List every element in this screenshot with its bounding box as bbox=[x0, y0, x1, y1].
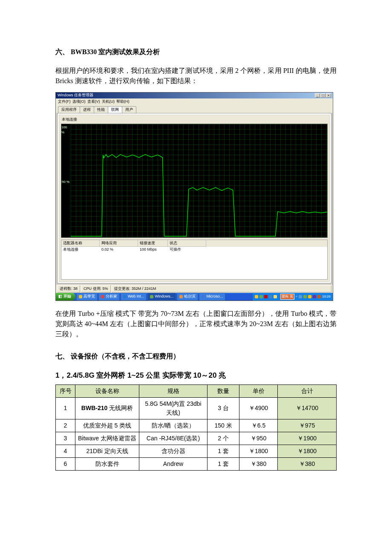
network-chart: 100 % 50 % bbox=[61, 124, 328, 238]
table-row: 3 Bitwave 太网络避雷器 Can -RJ45/8E(选装) 2 个 ￥9… bbox=[56, 432, 337, 445]
networking-panel: 本地连接 100 % 50 % 适配器名称 网络应用 链接速度 状态 bbox=[57, 113, 331, 283]
cell-total: ￥1800 bbox=[278, 445, 337, 457]
tray-icon[interactable] bbox=[269, 295, 272, 298]
details-hdr-name: 适配器名称 bbox=[61, 240, 100, 247]
taskbtn-4[interactable]: Windows... bbox=[147, 293, 176, 301]
window-title: Windows 任务管理器 bbox=[58, 92, 93, 98]
details-val-speed: 100 Mbps bbox=[138, 247, 168, 253]
taskbtn-3[interactable]: Web Int... bbox=[121, 293, 147, 301]
cell-name: BWB-210 无线网桥 bbox=[75, 397, 139, 419]
taskbtn-1[interactable]: 高带宽 bbox=[76, 293, 98, 301]
app-icon bbox=[79, 295, 82, 298]
cell-name: 优质室外超 5 类线 bbox=[75, 419, 139, 432]
word-icon bbox=[202, 295, 205, 298]
section6-conclusion: 在使用 Turbo +压缩 模式下 带宽为 70~73M 左右（上图窗口左面部分… bbox=[55, 309, 337, 339]
close-icon[interactable]: × bbox=[326, 93, 331, 98]
minimize-icon[interactable]: _ bbox=[315, 93, 320, 98]
cell-name: 防水套件 bbox=[75, 457, 139, 470]
cell-idx: 1 bbox=[56, 397, 75, 419]
tray-icon[interactable] bbox=[308, 295, 311, 298]
tray-icon[interactable] bbox=[303, 295, 307, 298]
maximize-icon[interactable]: □ bbox=[320, 93, 326, 98]
status-bar: 进程数: 38 CPU 使用: 5% 提交更改: 352M / 2241M bbox=[56, 285, 333, 293]
th-idx: 序号 bbox=[56, 384, 75, 397]
app-icon bbox=[101, 295, 104, 298]
tab-perf[interactable]: 性能 bbox=[94, 106, 108, 113]
taskbar: ◧ 开始 高带宽 分析家 Web Int... Windows... 哈尔滨 M… bbox=[56, 293, 333, 301]
tab-users[interactable]: 用户 bbox=[122, 106, 136, 113]
cell-price: ￥4900 bbox=[239, 397, 278, 419]
cell-qty: 3 台 bbox=[208, 397, 239, 419]
cell-qty: 150 米 bbox=[208, 419, 239, 432]
adapter-label: 本地连接 bbox=[62, 117, 328, 123]
window-titlebar: Windows 任务管理器 _ □ × bbox=[56, 92, 333, 98]
start-button[interactable]: ◧ 开始 bbox=[56, 293, 75, 301]
tray-icon[interactable] bbox=[313, 295, 316, 298]
cell-idx: 6 bbox=[56, 457, 75, 470]
chart-line bbox=[71, 124, 327, 237]
cell-qty: 1 套 bbox=[208, 445, 239, 457]
tab-networking[interactable]: 联网 bbox=[108, 106, 122, 113]
details-hdr-util: 网络应用 bbox=[100, 240, 138, 247]
cell-spec: 防水/晒（选装） bbox=[139, 419, 208, 432]
cell-qty: 1 套 bbox=[208, 457, 239, 470]
tab-apps[interactable]: 应用程序 bbox=[58, 106, 80, 113]
cell-spec: Can -RJ45/8E(选装) bbox=[139, 432, 208, 445]
table-row: 2 优质室外超 5 类线 防水/晒（选装） 150 米 ￥6.5 ￥975 bbox=[56, 419, 337, 432]
clock: 10:26 bbox=[322, 294, 331, 299]
tray-icon[interactable] bbox=[274, 295, 277, 298]
tab-procs[interactable]: 进程 bbox=[80, 106, 94, 113]
tray-icon[interactable] bbox=[299, 295, 302, 298]
quote1-title: 1，2.4/5.8G 室外网桥 1~25 公里 实际带宽 10～20 兆 bbox=[55, 370, 337, 381]
menu-options[interactable]: 选项(O) bbox=[72, 99, 86, 105]
cell-name: Bitwave 太网络避雷器 bbox=[75, 432, 139, 445]
th-price: 单价 bbox=[239, 384, 278, 397]
table-row: 4 21DBi 定向天线 含功分器 1 套 ￥1800 ￥1800 bbox=[56, 445, 337, 457]
ytick-50: 50 % bbox=[62, 179, 69, 185]
th-total: 合计 bbox=[278, 384, 337, 397]
task-manager-screenshot: Windows 任务管理器 _ □ × 文件(F) 选项(O) 查看(V) 关机… bbox=[55, 92, 333, 301]
details-val-state: 可操作 bbox=[168, 247, 206, 253]
menu-file[interactable]: 文件(F) bbox=[58, 99, 71, 105]
tray-icon[interactable] bbox=[255, 295, 258, 298]
cell-price: ￥6.5 bbox=[239, 419, 278, 432]
tray-icon[interactable] bbox=[259, 295, 263, 298]
tab-bar: 应用程序 进程 性能 联网 用户 bbox=[56, 105, 333, 113]
menu-view[interactable]: 查看(V) bbox=[87, 99, 100, 105]
cell-price: ￥1800 bbox=[239, 445, 278, 457]
adapter-details: 适配器名称 网络应用 链接速度 状态 本地连接 0.02 % 100 Mbps … bbox=[61, 240, 328, 280]
details-val-util: 0.02 % bbox=[100, 247, 138, 253]
ie-icon bbox=[123, 295, 127, 298]
taskbtn-2[interactable]: 分析家 bbox=[98, 293, 120, 301]
cell-total: ￥14700 bbox=[278, 397, 337, 419]
cell-total: ￥1900 bbox=[278, 432, 337, 445]
taskbtn-5[interactable]: 哈尔滨 bbox=[177, 293, 198, 301]
cell-price: ￥380 bbox=[239, 457, 278, 470]
details-val-name: 本地连接 bbox=[61, 247, 100, 253]
section6-heading: 六、 BWB330 室内测试效果及分析 bbox=[55, 47, 337, 57]
tray-icon[interactable] bbox=[264, 295, 268, 298]
system-tray: 搜狗 英 « 10:26 bbox=[253, 293, 333, 301]
table-row: 6 防水套件 Andrew 1 套 ￥380 ￥380 bbox=[56, 457, 337, 470]
status-commit: 提交更改: 352M / 2241M bbox=[112, 285, 331, 293]
cell-total: ￥380 bbox=[278, 457, 337, 470]
cell-total: ￥975 bbox=[278, 419, 337, 432]
ime-indicator[interactable]: 搜狗 英 bbox=[280, 294, 294, 300]
cell-spec: 含功分器 bbox=[139, 445, 208, 457]
th-qty: 数量 bbox=[208, 384, 239, 397]
cell-idx: 3 bbox=[56, 432, 75, 445]
folder-icon bbox=[179, 295, 183, 298]
quote-table: 序号 设备名称 规格 数量 单价 合计 1 BWB-210 无线网桥 5.8G … bbox=[55, 384, 337, 471]
windows-logo-icon: ◧ bbox=[58, 294, 62, 300]
menu-shutdown[interactable]: 关机(U) bbox=[102, 99, 115, 105]
table-row: 1 BWB-210 无线网桥 5.8G 54M(内置 23dbi 天线) 3 台… bbox=[56, 397, 337, 419]
taskmgr-icon bbox=[150, 295, 153, 298]
menu-bar: 文件(F) 选项(O) 查看(V) 关机(U) 帮助(H) bbox=[56, 98, 333, 105]
th-spec: 规格 bbox=[139, 384, 208, 397]
cell-name: 21DBi 定向天线 bbox=[75, 445, 139, 457]
menu-help[interactable]: 帮助(H) bbox=[116, 99, 130, 105]
tray-icon[interactable] bbox=[317, 295, 321, 298]
taskbtn-6[interactable]: Microso... bbox=[199, 293, 225, 301]
status-cpu: CPU 使用: 5% bbox=[81, 285, 111, 293]
cell-price: ￥950 bbox=[239, 432, 278, 445]
